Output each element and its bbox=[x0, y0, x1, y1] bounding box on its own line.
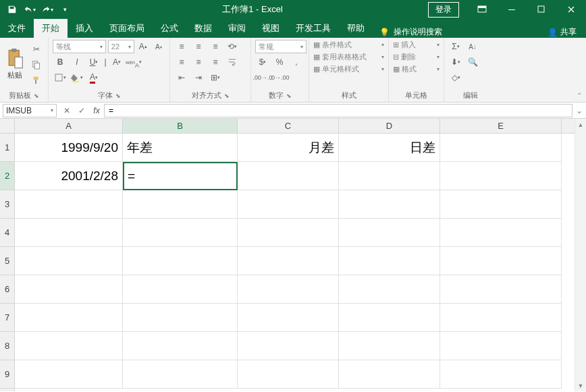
comma-icon[interactable]: , bbox=[289, 55, 304, 69]
column-headers[interactable]: ABCDE bbox=[15, 119, 575, 134]
cell-E6[interactable] bbox=[440, 275, 562, 304]
cell-B5[interactable] bbox=[123, 247, 238, 275]
increase-decimal-icon[interactable]: .00→.0 bbox=[255, 71, 270, 84]
number-format-combo[interactable]: 常规▾ bbox=[255, 40, 307, 53]
align-bottom-icon[interactable]: ≡ bbox=[208, 40, 223, 53]
close-icon[interactable] bbox=[556, 0, 586, 19]
cell-D4[interactable] bbox=[339, 219, 440, 247]
find-icon[interactable]: 🔍 bbox=[465, 55, 480, 69]
clear-icon[interactable]: ◇▾ bbox=[448, 71, 463, 84]
tab-insert[interactable]: 插入 bbox=[68, 19, 101, 38]
align-top-icon[interactable]: ≡ bbox=[174, 40, 189, 53]
cell-B3[interactable] bbox=[123, 190, 238, 219]
cell-D2[interactable] bbox=[339, 162, 440, 190]
cell-styles-button[interactable]: ▦单元格样式▾ bbox=[313, 64, 384, 74]
cell-E1[interactable] bbox=[440, 134, 562, 162]
align-left-icon[interactable]: ≡ bbox=[174, 55, 189, 69]
conditional-format-button[interactable]: ▦条件格式▾ bbox=[313, 40, 384, 50]
cell-B1[interactable]: 年差 bbox=[123, 134, 238, 162]
cell-C3[interactable] bbox=[238, 190, 339, 219]
paste-button[interactable]: 粘贴 bbox=[4, 40, 25, 89]
increase-indent-icon[interactable]: ⇥ bbox=[191, 71, 206, 84]
col-head-A[interactable]: A bbox=[15, 119, 123, 133]
cell-B8[interactable] bbox=[123, 332, 238, 360]
scroll-up-icon[interactable]: ▲ bbox=[575, 119, 586, 130]
fill-color-icon[interactable]: ▾ bbox=[70, 71, 84, 84]
merge-icon[interactable]: ⊞▾ bbox=[208, 71, 223, 84]
percent-icon[interactable]: % bbox=[272, 55, 287, 69]
fill-icon[interactable]: ⬇▾ bbox=[448, 55, 463, 69]
cell-A5[interactable] bbox=[15, 247, 123, 275]
border-icon[interactable]: ▾ bbox=[53, 71, 68, 84]
align-dialog-icon[interactable]: ⬊ bbox=[224, 92, 230, 99]
cell-B6[interactable] bbox=[123, 275, 238, 304]
cell-C4[interactable] bbox=[238, 219, 339, 247]
tab-data[interactable]: 数据 bbox=[186, 19, 220, 38]
cell-E3[interactable] bbox=[440, 190, 562, 219]
tab-formulas[interactable]: 公式 bbox=[153, 19, 186, 38]
row-head-9[interactable]: 9 bbox=[0, 360, 14, 389]
row-head-3[interactable]: 3 bbox=[0, 190, 14, 219]
row-headers[interactable]: 123456789 bbox=[0, 134, 15, 391]
underline-icon[interactable]: U▾ bbox=[86, 55, 101, 69]
cell-B7[interactable] bbox=[123, 304, 238, 332]
cells-area[interactable]: 1999/9/20年差月差日差2001/2/28= bbox=[15, 134, 575, 391]
row-head-1[interactable]: 1 bbox=[0, 134, 14, 162]
increase-font-icon[interactable]: A▴ bbox=[136, 40, 150, 53]
autosum-icon[interactable]: Σ▾ bbox=[448, 40, 463, 53]
row-head-2[interactable]: 2 bbox=[0, 162, 14, 190]
wrap-text-icon[interactable] bbox=[225, 55, 240, 69]
format-painter-icon[interactable] bbox=[29, 74, 44, 87]
orientation-icon[interactable]: ⟲▾ bbox=[225, 40, 240, 53]
name-box[interactable]: IMSUB▾ bbox=[3, 104, 57, 117]
row-head-4[interactable]: 4 bbox=[0, 219, 14, 247]
font-dialog-icon[interactable]: ⬊ bbox=[115, 92, 121, 99]
bold-icon[interactable]: B bbox=[53, 55, 68, 69]
cell-D7[interactable] bbox=[339, 304, 440, 332]
cell-A2[interactable]: 2001/2/28 bbox=[15, 162, 123, 190]
phonetic-icon[interactable]: wénA▾ bbox=[126, 55, 141, 69]
tell-me[interactable]: 💡 操作说明搜索 bbox=[373, 26, 449, 38]
cell-C8[interactable] bbox=[238, 332, 339, 360]
number-dialog-icon[interactable]: ⬊ bbox=[286, 92, 292, 99]
font-color-icon[interactable]: A▾ bbox=[86, 71, 101, 84]
row-head-6[interactable]: 6 bbox=[0, 275, 14, 304]
maximize-icon[interactable] bbox=[527, 0, 556, 19]
cell-D8[interactable] bbox=[339, 332, 440, 360]
cell-A8[interactable] bbox=[15, 332, 123, 360]
align-right-icon[interactable]: ≡ bbox=[208, 55, 223, 69]
cell-D1[interactable]: 日差 bbox=[339, 134, 440, 162]
cell-B9[interactable] bbox=[123, 360, 238, 389]
cell-E2[interactable] bbox=[440, 162, 562, 190]
formula-input[interactable]: = bbox=[104, 104, 572, 117]
copy-icon[interactable] bbox=[29, 58, 44, 72]
decrease-indent-icon[interactable]: ⇤ bbox=[174, 71, 189, 84]
cell-A4[interactable] bbox=[15, 219, 123, 247]
font-props-icon[interactable]: A▾ bbox=[109, 55, 124, 69]
cell-C1[interactable]: 月差 bbox=[238, 134, 339, 162]
cell-A9[interactable] bbox=[15, 360, 123, 389]
cell-A3[interactable] bbox=[15, 190, 123, 219]
align-middle-icon[interactable]: ≡ bbox=[191, 40, 206, 53]
select-all-corner[interactable] bbox=[0, 119, 15, 134]
align-center-icon[interactable]: ≡ bbox=[191, 55, 206, 69]
currency-icon[interactable]: $▾ bbox=[255, 55, 270, 69]
scroll-down-icon[interactable]: ▼ bbox=[575, 380, 586, 391]
undo-icon[interactable]: ▾ bbox=[22, 2, 38, 17]
share-button[interactable]: 👤 共享 bbox=[538, 26, 586, 38]
expand-formula-icon[interactable]: ⌄ bbox=[572, 106, 586, 115]
save-icon[interactable] bbox=[4, 2, 20, 17]
format-table-button[interactable]: ▦套用表格格式▾ bbox=[313, 52, 384, 62]
cell-C7[interactable] bbox=[238, 304, 339, 332]
col-head-B[interactable]: B bbox=[123, 119, 238, 133]
insert-cells-button[interactable]: ⊞插入▾ bbox=[393, 40, 440, 50]
cell-D9[interactable] bbox=[339, 360, 440, 389]
font-size-combo[interactable]: 22▾ bbox=[108, 40, 134, 53]
decrease-font-icon[interactable]: A▾ bbox=[152, 40, 165, 53]
col-head-C[interactable]: C bbox=[238, 119, 339, 133]
cell-A6[interactable] bbox=[15, 275, 123, 304]
row-head-8[interactable]: 8 bbox=[0, 332, 14, 360]
tab-developer[interactable]: 开发工具 bbox=[288, 19, 339, 38]
cell-E4[interactable] bbox=[440, 219, 562, 247]
tab-help[interactable]: 帮助 bbox=[339, 19, 373, 38]
